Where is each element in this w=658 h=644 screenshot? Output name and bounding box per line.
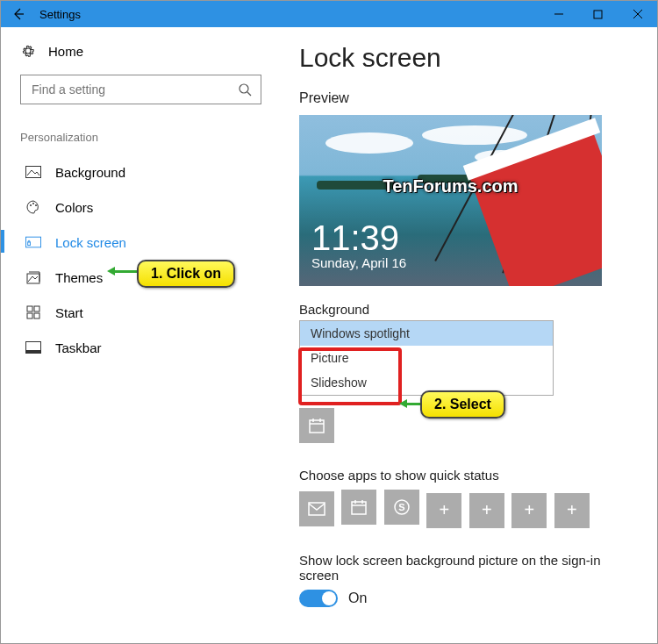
svg-point-3 (30, 204, 32, 206)
minimize-icon (554, 9, 564, 19)
plus-icon: + (524, 500, 534, 520)
plus-icon: + (482, 500, 492, 520)
content-area: Home Personalization Background Colors L… (1, 27, 657, 643)
signin-toggle-row: On (299, 590, 636, 607)
sidebar-item-background[interactable]: Background (20, 154, 269, 190)
svg-rect-8 (27, 274, 39, 283)
dropdown-option-spotlight[interactable]: Windows spotlight (300, 321, 553, 346)
preview-label: Preview (299, 90, 636, 106)
titlebar: Settings (1, 1, 657, 27)
lockscreen-icon (25, 234, 41, 250)
mail-icon (308, 502, 325, 516)
calendar-tile[interactable] (299, 408, 334, 443)
sidebar-item-colors[interactable]: Colors (20, 190, 269, 225)
clock-time: 11:39 (311, 220, 406, 255)
sidebar-item-label: Taskbar (55, 340, 102, 355)
sidebar-item-start[interactable]: Start (20, 295, 269, 330)
home-link[interactable]: Home (20, 43, 269, 59)
start-icon (25, 304, 41, 320)
sidebar-item-label: Themes (55, 270, 103, 285)
annotation-arrow-1 (112, 270, 139, 273)
quick-status-add-4[interactable]: + (554, 493, 590, 528)
search-icon (238, 82, 252, 97)
clock-date: Sunday, April 16 (311, 255, 406, 270)
svg-text:S: S (398, 502, 404, 512)
toggle-state-label: On (348, 590, 367, 606)
calendar-icon (308, 417, 325, 434)
watermark-text: TenForums.com (299, 176, 602, 197)
skype-icon: S (393, 498, 411, 516)
settings-window: Settings Home Person (0, 0, 658, 644)
section-label: Personalization (20, 131, 269, 144)
minimize-button[interactable] (539, 1, 578, 27)
quick-status-calendar[interactable] (341, 490, 376, 525)
search-box[interactable] (20, 75, 261, 104)
sidebar-item-label: Lock screen (55, 235, 126, 250)
quick-status-skype[interactable]: S (384, 490, 419, 525)
signin-toggle[interactable] (299, 590, 338, 607)
svg-point-1 (240, 84, 248, 93)
svg-rect-12 (34, 313, 39, 318)
maximize-button[interactable] (578, 1, 618, 27)
quick-status-add-1[interactable]: + (426, 493, 461, 528)
svg-rect-15 (310, 420, 324, 433)
plus-icon: + (440, 500, 450, 520)
svg-rect-7 (28, 242, 31, 246)
svg-point-5 (35, 204, 37, 206)
svg-rect-9 (27, 306, 32, 311)
sidebar-item-label: Colors (55, 200, 93, 215)
sidebar-item-label: Start (55, 305, 83, 320)
home-label: Home (48, 44, 83, 59)
svg-rect-10 (34, 306, 39, 311)
picture-icon (25, 164, 41, 180)
annotation-red-box (298, 347, 402, 405)
svg-rect-14 (26, 350, 41, 354)
quick-status-add-2[interactable]: + (469, 493, 504, 528)
back-arrow-icon (11, 7, 25, 21)
window-title: Settings (36, 8, 81, 21)
plus-icon: + (567, 500, 577, 520)
svg-rect-16 (309, 503, 325, 515)
taskbar-icon (25, 340, 41, 355)
close-button[interactable] (618, 1, 657, 27)
themes-icon (25, 269, 41, 285)
maximize-icon (593, 10, 603, 19)
back-button[interactable] (1, 1, 36, 27)
sidebar-item-label: Background (55, 165, 125, 180)
background-dropdown[interactable]: Windows spotlight Picture Slideshow (299, 320, 554, 396)
calendar-icon (350, 498, 368, 516)
sidebar-item-taskbar[interactable]: Taskbar (20, 330, 269, 365)
quick-status-mail[interactable] (299, 491, 334, 526)
close-icon (633, 9, 643, 19)
annotation-callout-1: 1. Click on (137, 260, 235, 288)
annotation-callout-2: 2. Select (420, 390, 505, 419)
svg-point-4 (32, 203, 34, 204)
palette-icon (25, 199, 41, 215)
quick-status-add-3[interactable]: + (511, 493, 547, 528)
svg-rect-17 (352, 502, 366, 514)
search-input[interactable] (30, 82, 238, 97)
sidebar: Home Personalization Background Colors L… (1, 27, 290, 643)
main-panel: Lock screen Preview TenForums.com 11:39 … (290, 27, 657, 643)
signin-picture-label: Show lock screen background picture on t… (299, 553, 636, 583)
lockscreen-preview: TenForums.com 11:39 Sunday, April 16 (299, 115, 602, 286)
preview-clock: 11:39 Sunday, April 16 (311, 220, 406, 270)
background-label: Background (299, 302, 636, 317)
svg-rect-0 (594, 11, 602, 18)
quick-status-row: S + + + + (299, 490, 636, 528)
gear-icon (20, 43, 36, 59)
page-title: Lock screen (299, 43, 636, 73)
svg-rect-11 (27, 313, 32, 318)
quick-status-label: Choose apps to show quick status (299, 468, 636, 483)
sidebar-item-lockscreen[interactable]: Lock screen (20, 225, 269, 260)
